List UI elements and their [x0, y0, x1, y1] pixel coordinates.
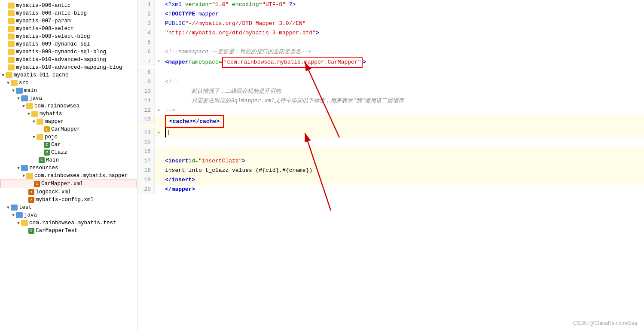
- sidebar-item-mybatis[interactable]: ▼ mybatis: [0, 110, 137, 118]
- tree-arrow[interactable]: ▼: [22, 174, 25, 178]
- line-gutter: ▶: [155, 128, 163, 137]
- sidebar-label: com.rainbowsea: [34, 103, 79, 109]
- sidebar-label: Main: [46, 157, 59, 163]
- tree-arrow[interactable]: ▼: [27, 112, 30, 116]
- sidebar-label: main: [24, 88, 37, 94]
- sidebar-label: test: [19, 205, 32, 211]
- folder-icon: [8, 49, 15, 55]
- xml-icon: X: [28, 189, 34, 195]
- sidebar-label: mybatis-008-select-blog: [16, 34, 90, 40]
- sidebar-item-pojo[interactable]: ▼ pojo: [0, 133, 137, 141]
- sidebar-label: mapper: [45, 119, 64, 125]
- line-number: 5: [137, 38, 155, 47]
- sidebar-item-mybatis-010-advanced-mapping[interactable]: mybatis-010-advanced-mapping: [0, 56, 137, 64]
- sidebar-item-logback.xml[interactable]: X logback.xml: [0, 188, 137, 196]
- sidebar-item-test[interactable]: ▼ test: [0, 204, 137, 211]
- line-number: 9: [137, 77, 155, 87]
- code-line-9: 9<!--: [137, 77, 644, 87]
- sidebar-label: com.rainbowsea.mybatis.mapper: [34, 173, 128, 179]
- sidebar-item-mybatis-008-select-blog[interactable]: mybatis-008-select-blog: [0, 33, 137, 40]
- folder-blue-icon: [21, 95, 28, 101]
- sidebar-item-mybatis-006-antic[interactable]: mybatis-006-antic: [0, 2, 137, 9]
- sidebar-item-CarMapper.xml[interactable]: X CarMapper.xml: [0, 180, 137, 188]
- code-line-13: 13 <cache></cache>: [137, 115, 644, 128]
- code-line-14: 14▶|: [137, 128, 644, 137]
- folder-icon: [8, 57, 15, 63]
- tree-arrow[interactable]: ▼: [17, 166, 20, 171]
- folder-icon: [8, 64, 15, 70]
- sidebar-label: CarMapperTest: [36, 228, 78, 234]
- sidebar-item-mybatis-009-dynamic-sql-blog[interactable]: mybatis-009-dynamic-sql-blog: [0, 48, 137, 56]
- tree-arrow[interactable]: ▼: [17, 96, 20, 101]
- sidebar-item-mapper-dir[interactable]: ▼ mapper: [0, 118, 137, 125]
- tree-arrow[interactable]: ▼: [2, 73, 4, 78]
- tree-arrow[interactable]: ▼: [33, 135, 35, 140]
- line-content: <cache></cache>: [163, 115, 644, 128]
- sidebar-item-Car-c[interactable]: C Car: [0, 141, 137, 149]
- sidebar-label: mybatis-010-advanced-mapping: [16, 57, 106, 63]
- code-line-2: 2<!DOCTYPE mapper: [137, 9, 644, 19]
- line-content: -->: [163, 106, 644, 115]
- tree-arrow[interactable]: ▼: [7, 205, 9, 210]
- sidebar-item-mybatis-010-advanced-mapping-blog[interactable]: mybatis-010-advanced-mapping-blog: [0, 64, 137, 71]
- sidebar-item-mybatis-009-dynamic-sql[interactable]: mybatis-009-dynamic-sql: [0, 40, 137, 48]
- folder-blue-icon: [16, 88, 23, 94]
- line-content: PUBLIC "-//mybatis.org//DTD Mapper 3.0//…: [163, 19, 644, 28]
- sidebar-item-CarMapperTest[interactable]: C CarMapperTest: [0, 227, 137, 235]
- sidebar-item-main[interactable]: ▼ main: [0, 87, 137, 95]
- sidebar-label: mybatis-007-param: [16, 18, 71, 24]
- line-gutter: ▶: [155, 106, 163, 115]
- tree-arrow[interactable]: ▼: [17, 221, 20, 226]
- line-content: </mapper>: [163, 185, 644, 194]
- file-tree[interactable]: mybatis-006-antic mybatis-006-antic-blog…: [0, 0, 137, 333]
- line-content: 只需要在对应的SqlMapper.xml文件中添加以下标签，用来表示"我"使用该…: [163, 96, 644, 106]
- tree-arrow[interactable]: ▼: [33, 119, 35, 124]
- line-gutter: ▶: [155, 57, 163, 66]
- line-content: <!DOCTYPE mapper: [163, 9, 644, 19]
- sidebar-item-Main-c[interactable]: C Main: [0, 156, 137, 164]
- tree-arrow[interactable]: ▼: [22, 104, 25, 109]
- sidebar-label: src: [19, 80, 29, 86]
- code-line-11: 11 只需要在对应的SqlMapper.xml文件中添加以下标签，用来表示"我"…: [137, 96, 644, 106]
- tree-arrow[interactable]: ▼: [12, 89, 15, 93]
- sidebar-label: Clazz: [51, 150, 67, 156]
- sidebar-item-CarMapper-i[interactable]: I CarMapper: [0, 125, 137, 133]
- sidebar-item-Clazz-c[interactable]: C Clazz: [0, 149, 137, 156]
- sidebar-label: logback.xml: [36, 189, 71, 195]
- folder-icon: [8, 18, 15, 24]
- sidebar-item-src[interactable]: ▼ src: [0, 79, 137, 87]
- sidebar-item-mybatis-008-select[interactable]: mybatis-008-select: [0, 25, 137, 33]
- line-number: 17: [137, 156, 155, 166]
- xml-icon: X: [28, 197, 34, 203]
- tree-arrow[interactable]: ▼: [7, 81, 9, 86]
- sidebar-item-mybatis-011-cache[interactable]: ▼ mybatis-011-cache: [0, 71, 137, 79]
- line-number: 15: [137, 137, 155, 147]
- sidebar-label: mybatis-006-antic: [16, 3, 71, 9]
- folder-icon: [11, 80, 18, 86]
- sidebar-item-java-test[interactable]: ▼ java: [0, 211, 137, 219]
- folder-icon: [8, 34, 15, 40]
- line-number: 12: [137, 106, 155, 115]
- line-number: 3: [137, 19, 155, 28]
- code-line-18: 18 insert into t_clazz values (#{cid},#{…: [137, 166, 644, 175]
- line-number: 4: [137, 28, 155, 38]
- code-line-10: 10 默认情况下，二级缓存机制是开启的: [137, 87, 644, 96]
- line-number: 20: [137, 185, 155, 194]
- sidebar-item-mybatis-006-antic-blog[interactable]: mybatis-006-antic-blog: [0, 9, 137, 17]
- sidebar-item-com.rainbowsea[interactable]: ▼ com.rainbowsea: [0, 102, 137, 110]
- folder-icon: [37, 134, 43, 140]
- sidebar-item-mybatis-007-param[interactable]: mybatis-007-param: [0, 17, 137, 25]
- code-line-6: 6<!--namespace 一定要是：对应的接口的全限定类名-->: [137, 47, 644, 57]
- sidebar-item-resources[interactable]: ▼ resources: [0, 164, 137, 172]
- code-line-15: 15: [137, 137, 644, 147]
- tree-arrow[interactable]: ▼: [12, 213, 15, 218]
- folder-blue-icon: [16, 212, 23, 218]
- sidebar-label: mybatis-006-antic-blog: [16, 10, 87, 16]
- sidebar-item-com.rainbowsea.mybatis.mapper[interactable]: ▼ com.rainbowsea.mybatis.mapper: [0, 172, 137, 180]
- line-content: 默认情况下，二级缓存机制是开启的: [163, 87, 644, 96]
- sidebar-item-java[interactable]: ▼ java: [0, 95, 137, 102]
- sidebar-item-mybatis-config.xml[interactable]: X mybatis-config.xml: [0, 196, 137, 204]
- folder-icon: [8, 41, 15, 47]
- line-number: 16: [137, 147, 155, 156]
- sidebar-item-com.rainbowsea.mybatis.test[interactable]: ▼ com.rainbowsea.mybatis.test: [0, 219, 137, 227]
